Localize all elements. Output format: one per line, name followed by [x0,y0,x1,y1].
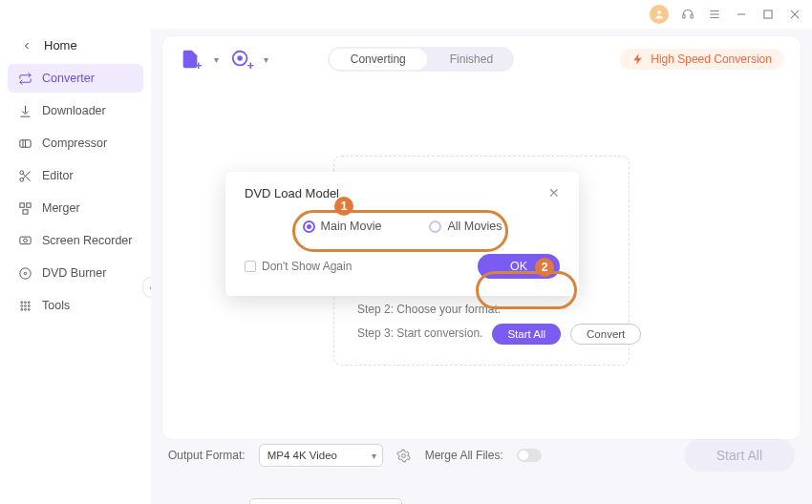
lightning-icon [631,52,645,66]
hsc-label: High Speed Conversion [651,52,772,66]
convert-pill[interactable]: Convert [570,324,641,345]
svg-point-12 [19,178,23,181]
user-avatar-icon[interactable] [650,5,669,24]
sidebar-item-converter[interactable]: Converter [8,64,143,93]
start-all-pill[interactable]: Start All [492,324,561,345]
radio-group: Main Movie All Movies [245,220,560,233]
add-file-button[interactable]: + ▾ [180,49,219,70]
settings-icon[interactable] [396,448,412,463]
checkbox-label: Don't Show Again [262,260,352,273]
svg-point-30 [28,308,30,310]
svg-point-32 [238,56,242,60]
sidebar-item-tools[interactable]: Tools [8,291,143,320]
disc-icon [17,265,32,281]
high-speed-conversion-badge[interactable]: High Speed Conversion [620,49,783,70]
step-row: Step 2: Choose your format. [357,298,606,322]
svg-point-23 [24,301,26,303]
compressor-icon [17,136,32,151]
modal-close-icon[interactable]: ✕ [548,185,560,200]
modal-title: DVD Load Model [245,186,339,200]
maximize-icon[interactable] [760,7,776,22]
back-label: Home [44,38,77,52]
sidebar-item-label: Converter [42,72,95,85]
svg-rect-16 [26,202,30,206]
svg-point-20 [19,267,30,278]
modal-header: DVD Load Model ✕ [245,185,560,200]
svg-rect-2 [691,15,693,18]
output-format-label: Output Format: [168,449,246,462]
tab-converting[interactable]: Converting [330,49,427,70]
tab-segment: Converting Finished [328,47,514,72]
dont-show-checkbox[interactable]: Don't Show Again [245,260,352,273]
svg-point-27 [28,304,30,306]
menu-icon[interactable] [707,7,722,22]
sidebar-item-label: DVD Burner [42,266,106,280]
radio-dot-icon [303,220,315,233]
screen-recorder-icon [17,233,32,248]
step-row: Step 3: Start conversion. Start All Conv… [357,322,606,346]
svg-point-29 [24,308,26,310]
dvd-load-modal: DVD Load Model ✕ Main Movie All Movies D… [225,172,579,296]
sidebar-item-compressor[interactable]: Compressor [8,129,143,158]
modal-footer: Don't Show Again OK [245,254,560,279]
start-all-button[interactable]: Start All [684,439,795,472]
sidebar-item-label: Compressor [42,136,107,150]
sidebar-item-screen-recorder[interactable]: Screen Recorder [8,226,143,255]
sidebar-item-editor[interactable]: Editor [8,161,143,190]
svg-point-25 [20,304,22,306]
svg-point-19 [23,239,27,242]
download-icon [17,103,32,118]
sidebar: Home Converter Downloader Compressor Ed [0,29,151,504]
titlebar [0,0,812,29]
tab-finished[interactable]: Finished [429,47,514,72]
radio-label: Main Movie [321,220,382,233]
svg-point-21 [24,272,27,275]
converter-icon [17,71,32,86]
radio-main-movie[interactable]: Main Movie [303,220,382,233]
merger-icon [17,200,32,216]
svg-rect-7 [764,10,772,18]
chevron-down-icon: ▾ [214,54,219,65]
app-window: Home Converter Downloader Compressor Ed [0,0,812,504]
svg-point-28 [20,308,22,310]
checkbox-box-icon [245,261,256,272]
merge-files-label: Merge All Files: [425,449,503,462]
steps: Step 2: Choose your format. Step 3: Star… [357,298,606,346]
step2-text: Step 2: Choose your format. [357,298,501,322]
toolbar: + ▾ + ▾ Converting Finished High S [162,36,801,82]
radio-label: All Movies [447,220,502,233]
output-format-select[interactable]: MP4 4K Video [259,444,383,467]
svg-rect-17 [23,209,28,213]
step3-text: Step 3: Start conversion. [357,322,482,346]
radio-all-movies[interactable]: All Movies [429,220,502,233]
file-location-select[interactable]: G:\Wondershare UniConverter 1 [249,498,402,504]
svg-rect-15 [19,202,23,206]
sidebar-item-merger[interactable]: Merger [8,194,143,222]
headset-icon[interactable] [680,7,695,22]
footer: Output Format: MP4 4K Video Merge All Fi… [162,439,801,494]
sidebar-item-label: Tools [42,299,70,312]
sidebar-item-downloader[interactable]: Downloader [8,96,143,125]
sidebar-item-label: Screen Recorder [42,234,133,247]
sidebar-item-label: Merger [42,201,80,215]
svg-point-11 [19,170,23,174]
svg-rect-1 [683,15,685,18]
svg-point-24 [28,301,30,303]
add-disc-button[interactable]: + ▾ [230,49,269,70]
svg-point-33 [402,453,406,457]
back-home[interactable]: Home [0,34,151,64]
svg-point-22 [20,301,22,303]
svg-rect-18 [19,237,30,244]
sidebar-item-label: Editor [42,169,74,182]
nav-list: Converter Downloader Compressor Editor M… [0,64,151,320]
close-icon[interactable] [787,7,802,22]
merge-files-toggle[interactable] [517,449,542,462]
minimize-icon[interactable] [734,7,749,22]
chevron-left-icon [21,40,32,52]
svg-point-26 [24,304,26,306]
svg-point-0 [657,10,661,14]
sidebar-item-label: Downloader [42,104,106,117]
sidebar-item-dvd-burner[interactable]: DVD Burner [8,259,143,287]
ok-button[interactable]: OK [478,254,560,279]
chevron-down-icon: ▾ [264,54,268,65]
